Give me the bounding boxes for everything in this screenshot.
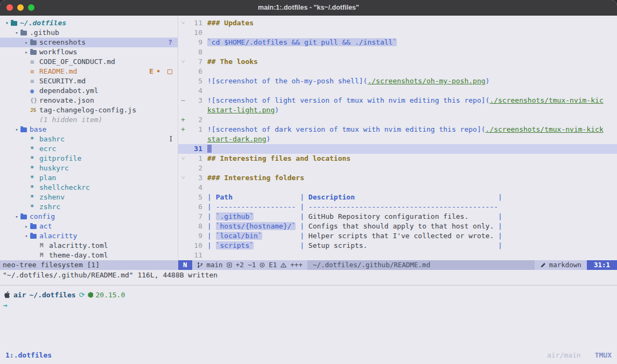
line-number: 8 — [188, 222, 202, 231]
add-sign-icon: + — [178, 115, 188, 125]
editor-line[interactable]: 31 — [178, 144, 617, 154]
tree-file-row[interactable]: *gitprofile — [0, 154, 178, 163]
tree-file-row[interactable]: Mtheme-day.toml — [0, 251, 178, 260]
chevron-right-icon[interactable]: ▸ — [23, 47, 30, 57]
editor-line[interactable]: 9`cd $HOME/.dotfiles && git pull && ./in… — [178, 38, 617, 47]
tree-file-row[interactable]: *shellcheckrc — [0, 183, 178, 192]
zoom-button[interactable] — [28, 4, 34, 11]
minimize-button[interactable] — [17, 4, 24, 11]
editor-line[interactable]: ˅3### Interesting folders — [178, 173, 617, 183]
chevron-down-icon[interactable]: ▾ — [3, 18, 11, 28]
tree-dir-row[interactable]: ▾~/.dotfiles — [0, 18, 178, 28]
editor-line[interactable]: kstart-light.png) — [178, 105, 617, 115]
tree-file-row[interactable]: ≡SECURITY.md — [0, 76, 178, 86]
tree-file-row[interactable]: *zshrc — [0, 202, 178, 212]
tree-dir-row[interactable]: ▾.github — [0, 28, 178, 38]
editor-pane[interactable]: ˅11### Updates109`cd $HOME/.dotfiles && … — [178, 16, 617, 260]
sign-column — [178, 231, 188, 241]
tree-dir-row[interactable]: ▸workflows — [0, 47, 178, 57]
tree-file-row[interactable]: Malacritty.toml — [0, 241, 178, 251]
js-icon: JS — [30, 105, 39, 115]
chevron-right-icon[interactable]: ▸ — [23, 222, 30, 231]
tree-file-row[interactable]: {}renovate.json — [0, 96, 178, 105]
editor-line[interactable]: 8 — [178, 47, 617, 57]
editor-line[interactable]: 8| `hosts/{hostname}/` | Configs that sh… — [178, 222, 617, 231]
editor-line[interactable]: 10| `scripts` | Setup scripts. | — [178, 241, 617, 251]
editor-line[interactable]: 6 — [178, 67, 617, 76]
tree-item-label: zshrc — [39, 202, 60, 212]
editor-line[interactable]: ˅1## Interesting files and locations — [178, 154, 617, 163]
editor-line[interactable]: 4 — [178, 183, 617, 192]
line-text — [202, 163, 207, 173]
editor-line[interactable]: 5![screenshot of the oh-my-posh shell](.… — [178, 76, 617, 86]
editor-line[interactable]: +1![screenshot of dark version of tmux w… — [178, 125, 617, 134]
chevron-down-icon[interactable]: ▾ — [13, 28, 20, 38]
editor-line[interactable]: 6| ------------------- | ---------------… — [178, 202, 617, 212]
editor-line[interactable]: 5| Path | Description | — [178, 192, 617, 202]
tree-file-row[interactable]: *huskyrc — [0, 163, 178, 173]
warning-icon — [281, 262, 286, 268]
tree-file-row[interactable]: *ecrc — [0, 144, 178, 154]
prompt-path: ~/.dotfiles — [29, 290, 75, 300]
window-title: main:1:.dotfiles - "ks~/.dotfiles" — [0, 4, 617, 11]
tree-file-row[interactable]: ◉dependabot.yml — [0, 86, 178, 96]
tmux-statusbar: 1:.dotfiles air/main TMUX — [0, 349, 617, 360]
tree-item-label: theme-day.toml — [49, 251, 108, 260]
tree-file-row[interactable]: JStag-changelog-config.js — [0, 105, 178, 115]
tree-file-row[interactable]: *plan — [0, 173, 178, 183]
chevron-down-icon[interactable]: ▾ — [23, 231, 30, 241]
tree-dir-row[interactable]: ▸screenshots? — [0, 38, 178, 47]
neotree-panel[interactable]: ▾~/.dotfiles▾.github▸screenshots?▸workfl… — [0, 16, 178, 260]
tree-file-row[interactable]: ≡README.mdE• — [0, 67, 178, 76]
editor-line[interactable]: 7| `.github` | GitHub Repository configu… — [178, 212, 617, 222]
line-text: `cd $HOME/.dotfiles && git pull && ./ins… — [202, 38, 397, 47]
tree-dir-row[interactable]: ▾alacritty — [0, 231, 178, 241]
editor-line[interactable]: ˅11### Updates — [178, 18, 617, 28]
cursor-block — [207, 145, 212, 153]
star-icon: * — [30, 202, 39, 212]
tree-dir-row[interactable]: ▸act — [0, 222, 178, 231]
editor-line[interactable]: 11 — [178, 251, 617, 260]
tree-file-row[interactable]: ≡CODE_OF_CONDUCT.md — [0, 57, 178, 67]
chevron-down-icon[interactable]: ▾ — [13, 125, 20, 134]
shell-pane[interactable]: air ~/.dotfiles ⟳ 20.15.0 → — [0, 286, 617, 349]
chevron-right-icon[interactable]: ▸ — [23, 38, 30, 47]
line-number: 4 — [188, 183, 202, 192]
editor-line[interactable]: ~3![screenshot of light version of tmux … — [178, 96, 617, 105]
close-button[interactable] — [6, 4, 13, 11]
line-number: 1 — [188, 125, 202, 134]
titlebar[interactable]: main:1:.dotfiles - "ks~/.dotfiles" — [0, 0, 617, 16]
editor-line[interactable]: 2 — [178, 163, 617, 173]
editor-line[interactable]: 4 — [178, 86, 617, 96]
line-text: | `scripts` | Setup scripts. | — [202, 241, 502, 251]
line-number: 9 — [188, 38, 202, 47]
line-number: 7 — [188, 212, 202, 222]
chevron-down-icon[interactable]: ▾ — [13, 212, 20, 222]
folder-icon — [30, 234, 37, 239]
braces-icon: {} — [30, 96, 39, 105]
sign-column — [178, 202, 188, 212]
line-number: 2 — [188, 163, 202, 173]
line-text: ![screenshot of the oh-my-posh shell](./… — [202, 76, 489, 86]
nodejs-hexagon-icon — [88, 292, 93, 298]
tree-dir-row[interactable]: ▾base — [0, 125, 178, 134]
tree-file-row[interactable]: *zshenv — [0, 192, 178, 202]
line-text — [202, 144, 212, 154]
tree-dir-row[interactable]: ▾config — [0, 212, 178, 222]
editor-line[interactable]: ˅7## The looks — [178, 57, 617, 67]
editor-line[interactable]: 9| `local/bin` | Helper scripts that I'v… — [178, 231, 617, 241]
sign-column — [178, 163, 188, 173]
line-number: 11 — [188, 251, 202, 260]
git-modified-square-icon — [167, 69, 172, 74]
tree-file-row[interactable]: *bashrcI — [0, 134, 178, 144]
filetype-segment: markdown — [535, 260, 587, 270]
tree-item-label: gitprofile — [39, 154, 81, 163]
editor-line[interactable]: +2 — [178, 115, 617, 125]
status-badge: ? — [168, 38, 172, 47]
line-number: 4 — [188, 86, 202, 96]
tmux-window-name[interactable]: 1:.dotfiles — [5, 351, 52, 359]
editor-line[interactable]: 10 — [178, 28, 617, 38]
line-number: 8 — [188, 47, 202, 57]
tree-note-row[interactable]: (1 hidden item) — [0, 115, 178, 125]
editor-line[interactable]: start-dark.png) — [178, 134, 617, 144]
